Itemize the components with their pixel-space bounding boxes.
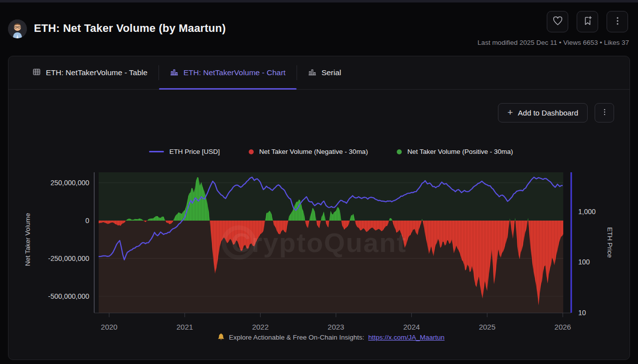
legend-item-positive-volume[interactable]: Net Taker Volume (Positive - 30ma): [397, 148, 513, 155]
table-icon: [32, 68, 41, 78]
tab-label: Serial: [321, 68, 341, 77]
left-axis-title: Net Taker Volume: [24, 213, 31, 266]
chart-canvas[interactable]: CryptoQuant20202021202220232024202520262…: [0, 167, 638, 335]
meta-info: Last modified 2025 Dec 11 • Views 6653 •…: [478, 39, 629, 46]
x-axis-tick-label: 2024: [403, 323, 420, 331]
dot-swatch-icon: [397, 149, 402, 154]
tab-chart[interactable]: ETH: NetTakerVolume - Chart: [159, 56, 297, 89]
x-axis-tick-label: 2022: [252, 323, 269, 331]
legend-label: Net Taker Volume (Positive - 30ma): [407, 148, 513, 155]
chart-legend: ETH Price [USD] Net Taker Volume (Negati…: [99, 148, 563, 155]
x-axis-tick-label: 2021: [176, 323, 193, 331]
footer-link[interactable]: https://x.com/JA_Maartun: [368, 334, 445, 341]
left-axis-tick-label: 250,000,000: [50, 179, 89, 187]
left-axis-tick-label: -250,000,000: [48, 254, 89, 262]
bookmark-plus-icon: [582, 15, 593, 28]
page-title: ETH: Net Taker Volume (by Maartun): [34, 22, 226, 35]
heart-icon: [552, 15, 563, 28]
add-to-dashboard-button[interactable]: + Add to Dashboard: [498, 103, 588, 122]
tab-bar: ETH: NetTakerVolume - Table ETH: NetTake…: [8, 56, 630, 90]
watermark: CryptoQuant: [224, 228, 407, 257]
tab-table[interactable]: ETH: NetTakerVolume - Table: [21, 56, 159, 89]
avatar: [8, 19, 27, 38]
bookmark-add-button[interactable]: [577, 11, 598, 32]
legend-item-eth-price[interactable]: ETH Price [USD]: [149, 148, 220, 155]
watermark-text: CryptoQuant: [231, 228, 407, 257]
x-axis-tick-label: 2026: [554, 323, 571, 331]
chart-more-button[interactable]: [595, 103, 614, 122]
kebab-icon: [612, 15, 623, 28]
bell-icon: [217, 333, 225, 341]
right-axis-tick-label: 1,000: [578, 208, 596, 216]
x-axis-tick-label: 2023: [327, 323, 344, 331]
bar-chart-icon: [170, 68, 178, 78]
add-to-dashboard-label: Add to Dashboard: [518, 109, 578, 117]
right-axis-tick-label: 100: [578, 258, 590, 266]
kebab-icon: [600, 108, 609, 118]
right-axis-tick-label: 10: [578, 309, 586, 317]
x-axis-tick-label: 2025: [479, 323, 495, 331]
legend-label: Net Taker Volume (Negative - 30ma): [259, 148, 368, 155]
legend-item-negative-volume[interactable]: Net Taker Volume (Negative - 30ma): [249, 148, 368, 155]
page: { "header": { "title": "ETH: Net Taker V…: [0, 0, 638, 364]
favorite-button[interactable]: [547, 11, 568, 32]
chart-footer: Explore Actionable & Free On-Chain Insig…: [94, 333, 568, 341]
avatar-illustration: [8, 19, 27, 38]
top-strip: [0, 0, 638, 2]
tab-label: ETH: NetTakerVolume - Chart: [183, 68, 286, 77]
x-axis-tick-label: 2020: [101, 323, 117, 331]
tab-serial[interactable]: Serial: [297, 56, 352, 89]
dot-swatch-icon: [249, 149, 254, 154]
toolbar: + Add to Dashboard: [498, 103, 614, 122]
left-axis-tick-label: -500,000,000: [48, 292, 89, 300]
footer-text: Explore Actionable & Free On-Chain Insig…: [229, 334, 364, 341]
header-more-button[interactable]: [607, 11, 628, 32]
right-axis-title: ETH Price: [606, 227, 614, 258]
legend-label: ETH Price [USD]: [169, 148, 220, 155]
left-axis-tick-label: 0: [85, 217, 89, 225]
line-swatch-icon: [149, 151, 164, 152]
plus-icon: +: [507, 108, 513, 117]
tab-label: ETH: NetTakerVolume - Table: [46, 68, 148, 77]
header-actions: [547, 11, 628, 32]
bar-chart-icon: [308, 68, 317, 78]
